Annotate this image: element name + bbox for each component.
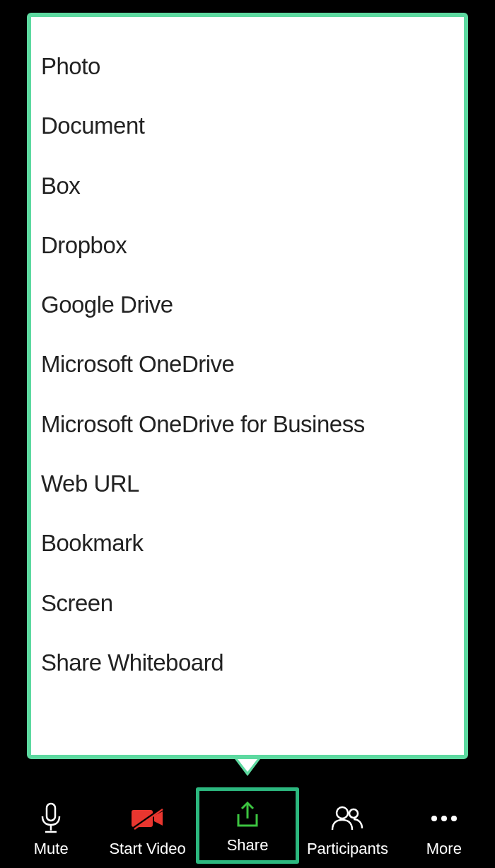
mute-button[interactable]: Mute xyxy=(3,787,99,864)
share-option-web-url[interactable]: Web URL xyxy=(41,454,454,514)
share-option-document[interactable]: Document xyxy=(41,96,454,156)
share-button[interactable]: Share xyxy=(196,787,299,864)
svg-point-10 xyxy=(441,816,447,821)
share-option-onedrive[interactable]: Microsoft OneDrive xyxy=(41,335,454,394)
video-off-icon xyxy=(130,802,165,835)
microphone-icon xyxy=(39,802,63,835)
more-button[interactable]: More xyxy=(396,787,492,864)
share-option-onedrive-business[interactable]: Microsoft OneDrive for Business xyxy=(41,395,454,454)
more-label: More xyxy=(426,840,462,858)
start-video-label: Start Video xyxy=(109,840,185,858)
svg-point-8 xyxy=(349,809,358,818)
share-menu-list: Photo Document Box Dropbox Google Drive … xyxy=(31,17,464,755)
popup-arrow xyxy=(238,759,257,772)
share-option-dropbox[interactable]: Dropbox xyxy=(41,216,454,275)
svg-point-9 xyxy=(431,816,437,821)
share-option-bookmark[interactable]: Bookmark xyxy=(41,514,454,573)
share-option-google-drive[interactable]: Google Drive xyxy=(41,275,454,335)
share-option-whiteboard[interactable]: Share Whiteboard xyxy=(41,633,454,693)
share-option-box[interactable]: Box xyxy=(41,156,454,216)
participants-button[interactable]: Participants xyxy=(299,787,395,864)
participants-icon xyxy=(330,802,365,835)
share-popup: Photo Document Box Dropbox Google Drive … xyxy=(27,13,468,759)
svg-rect-0 xyxy=(47,804,55,821)
share-icon xyxy=(233,798,262,832)
share-label: Share xyxy=(227,836,269,855)
meeting-toolbar: Mute Start Video Share xyxy=(0,787,495,868)
svg-point-11 xyxy=(451,816,457,821)
svg-point-7 xyxy=(337,807,348,818)
participants-label: Participants xyxy=(307,840,388,858)
more-icon xyxy=(429,802,460,835)
mute-label: Mute xyxy=(34,840,69,858)
share-option-screen[interactable]: Screen xyxy=(41,574,454,633)
share-option-photo[interactable]: Photo xyxy=(41,37,454,96)
start-video-button[interactable]: Start Video xyxy=(99,787,195,864)
